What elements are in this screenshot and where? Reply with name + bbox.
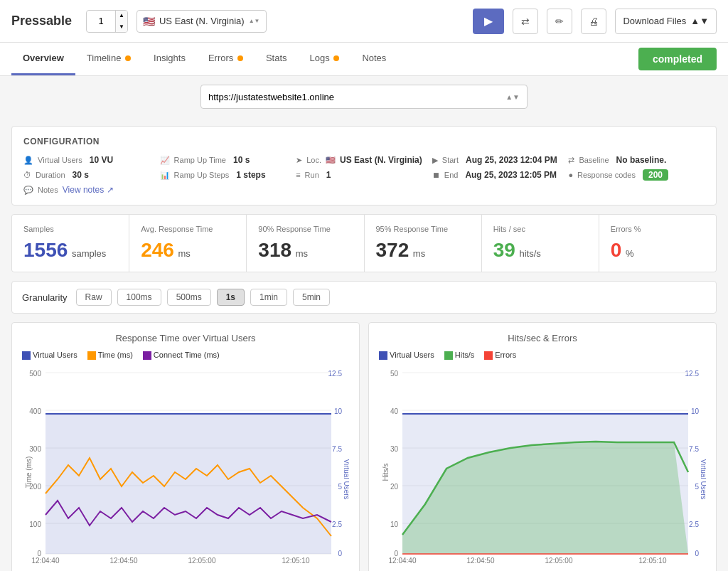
svg-text:5: 5 [695,483,699,491]
chart1-vu-area [46,414,331,554]
tab-notes[interactable]: Notes [350,43,397,75]
svg-text:12.5: 12.5 [685,370,700,378]
svg-text:300: 300 [29,445,41,453]
play-button[interactable]: ▶ [473,9,504,34]
chart2-title: Hits/sec & Errors [379,333,706,343]
tab-overview[interactable]: Overview [11,43,75,75]
timeline-badge [125,55,131,61]
url-bar-container: ▲▼ [0,76,728,117]
chart-hits-errors: Hits/sec & Errors Virtual Users Hits/s E… [368,322,717,571]
response-icon: ● [568,171,573,179]
svg-text:12:04:40: 12:04:40 [389,557,417,565]
print-button[interactable]: 🖨 [581,9,606,34]
download-label: Download Files [623,16,686,26]
compare-button[interactable]: ⇄ [513,9,538,34]
chart2-area: 50 40 30 20 10 0 12.5 10 7.5 5 2.5 0 [379,365,706,567]
vu-input[interactable]: 1 [87,16,115,26]
svg-text:10: 10 [390,521,399,528]
notes-icon: 💬 [23,186,33,195]
steps-icon: 📊 [160,171,170,180]
chart1-svg: 500 400 300 200 100 0 12.5 10 7.5 5 2.5 … [22,365,349,565]
chart2-svg: 50 40 30 20 10 0 12.5 10 7.5 5 2.5 0 [379,365,706,565]
tab-logs[interactable]: Logs [299,43,351,75]
config-duration: ⏱ Duration 30 s [23,169,160,181]
region-selector[interactable]: 🇺🇸 US East (N. Virginia) ▲▼ [136,10,267,33]
baseline-icon: ⇄ [568,156,574,165]
header: Pressable 1 ▲ ▼ 🇺🇸 US East (N. Virginia)… [0,0,728,43]
svg-text:10: 10 [691,407,700,415]
logo: Pressable [11,14,72,28]
svg-text:12:04:50: 12:04:50 [467,557,495,565]
tab-insights[interactable]: Insights [142,43,197,75]
svg-text:Hits/s: Hits/s [382,464,390,481]
url-input[interactable] [208,92,500,102]
gran-1min[interactable]: 1min [250,289,287,306]
svg-text:30: 30 [390,445,399,453]
svg-text:20: 20 [390,483,399,491]
url-arrows: ▲▼ [505,93,520,101]
legend-vu-icon [22,351,31,360]
stat-avg-response: Avg. Response Time 246 ms [129,215,246,272]
svg-text:2.5: 2.5 [332,521,342,528]
stat-95-response: 95% Response Time 372 ms [365,215,481,272]
legend2-errors-icon [484,351,493,360]
vu-icon: 👤 [23,156,33,165]
config-response-codes: ● Response codes 200 [568,169,705,181]
svg-text:0: 0 [338,550,342,557]
chart1-legend: Virtual Users Time (ms) Connect Time (ms… [22,351,349,360]
stat-samples: Samples 1556 samples [12,215,129,272]
chart2-legend: Virtual Users Hits/s Errors [379,351,706,360]
gran-5min[interactable]: 5min [293,289,330,306]
svg-text:100: 100 [29,521,41,528]
edit-button[interactable]: ✏ [547,9,572,34]
vu-down[interactable]: ▼ [116,21,127,33]
config-run: ≡ Run 1 [296,169,432,181]
gran-raw[interactable]: Raw [76,289,112,306]
svg-text:2.5: 2.5 [689,521,699,528]
config-baseline: ⇄ Baseline No baseline. [568,155,705,165]
start-icon: ▶ [432,156,438,165]
config-ramp-up-time: 📈 Ramp Up Time 10 s [160,155,296,165]
vu-spinner[interactable]: 1 ▲ ▼ [86,10,128,33]
main-content: CONFIGURATION 👤 Virtual Users 10 VU 📈 Ra… [0,117,728,571]
end-icon: ⏹ [432,171,440,179]
gran-1s[interactable]: 1s [217,289,245,306]
region-flag: 🇺🇸 [143,16,155,27]
legend2-hits-icon [444,351,453,360]
stat-errors: Errors % 0 % [599,215,716,272]
svg-text:400: 400 [29,407,41,415]
svg-text:7.5: 7.5 [332,445,342,453]
legend2-vu-icon [379,351,387,360]
tabs-bar: Overview Timeline Insights Errors Stats … [0,43,728,76]
svg-text:0: 0 [695,550,699,557]
legend-connect-icon [143,351,151,360]
response-code-badge: 200 [643,169,668,181]
config-end: ⏹ End Aug 25, 2023 12:05 PM [432,169,569,181]
loc-icon: ➤ [296,156,302,165]
tab-stats[interactable]: Stats [255,43,299,75]
tab-timeline[interactable]: Timeline [75,43,142,75]
download-button[interactable]: Download Files ▲▼ [615,9,717,34]
completed-button[interactable]: completed [638,48,717,70]
svg-text:12:05:10: 12:05:10 [282,557,310,565]
gran-500ms[interactable]: 500ms [167,289,211,306]
vu-up[interactable]: ▲ [116,10,127,21]
granularity-row: Granularity Raw 100ms 500ms 1s 1min 5min [11,281,717,314]
svg-text:40: 40 [390,407,399,415]
stats-row: Samples 1556 samples Avg. Response Time … [11,214,717,272]
chart1-title: Response Time over Virtual Users [22,333,349,343]
view-notes-link[interactable]: View notes ↗ [63,185,114,195]
duration-icon: ⏱ [23,171,31,179]
config-loc: ➤ Loc. 🇺🇸 US East (N. Virginia) [296,155,432,165]
config-virtual-users: 👤 Virtual Users 10 VU [23,155,160,165]
url-bar[interactable]: ▲▼ [200,85,528,109]
charts-row: Response Time over Virtual Users Virtual… [11,322,717,571]
chart1-area: 500 400 300 200 100 0 12.5 10 7.5 5 2.5 … [22,365,349,567]
svg-text:10: 10 [334,407,343,415]
gran-100ms[interactable]: 100ms [117,289,161,306]
chart-response-time: Response Time over Virtual Users Virtual… [11,322,360,571]
svg-text:7.5: 7.5 [689,445,699,453]
region-label: US East (N. Virginia) [159,16,245,26]
svg-text:5: 5 [338,483,342,491]
tab-errors[interactable]: Errors [197,43,255,75]
